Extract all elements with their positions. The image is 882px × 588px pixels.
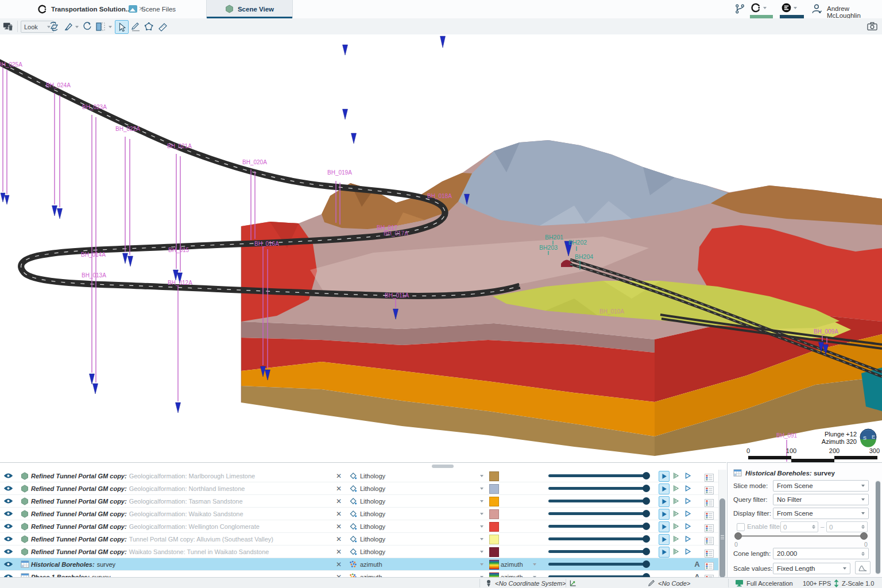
colour-ramp-swatch[interactable] [489, 560, 499, 570]
opacity-slider[interactable] [548, 512, 649, 515]
render-filled-button[interactable] [659, 471, 670, 482]
slider-knob[interactable] [643, 548, 650, 555]
slider-knob[interactable] [643, 510, 650, 517]
layer-row[interactable]: Refined Tunnel Portal GM copy:Tunnel Por… [0, 533, 719, 546]
render-filled-outline-button[interactable] [671, 496, 680, 506]
opacity-slider[interactable] [548, 563, 649, 566]
render-filled-outline-button[interactable] [671, 521, 680, 531]
render-outline-button[interactable] [683, 509, 693, 519]
slider-knob[interactable] [643, 535, 650, 543]
render-filled-outline-button[interactable] [671, 509, 680, 519]
central-connection-button[interactable] [751, 3, 767, 13]
remove-from-scene-button[interactable]: ✕ [336, 546, 342, 558]
remove-from-scene-button[interactable]: ✕ [336, 495, 342, 507]
draw-line-tool-icon[interactable] [130, 21, 141, 32]
polygon-tool-icon[interactable] [144, 21, 154, 32]
colour-attribute-dropdown[interactable]: Lithology [349, 482, 385, 494]
visibility-eye-icon[interactable] [3, 520, 13, 532]
text-labels-button[interactable]: A [692, 558, 702, 570]
layer-row[interactable]: Refined Tunnel Portal GM copy:Waikato Sa… [0, 546, 719, 558]
layer-row[interactable]: Refined Tunnel Portal GM copy:Geological… [0, 508, 719, 520]
visibility-eye-icon[interactable] [3, 495, 13, 507]
layer-row[interactable]: Refined Tunnel Portal GM copy:Geological… [0, 470, 719, 482]
loop-tool-icon[interactable] [82, 21, 92, 32]
histogram-button[interactable] [855, 561, 871, 574]
color-swatch[interactable] [489, 471, 499, 481]
opacity-slider[interactable] [548, 487, 649, 490]
visibility-eye-icon[interactable] [3, 508, 13, 520]
opacity-slider[interactable] [548, 537, 649, 540]
filter-range-slider[interactable] [736, 535, 866, 537]
color-swatch[interactable] [489, 522, 499, 532]
render-filled-button[interactable] [659, 521, 670, 532]
query-filter-dropdown[interactable]: No Filter [773, 494, 869, 505]
view-compass[interactable]: Plunge +12 Azimuth 320 S E [822, 429, 876, 447]
render-filled-button[interactable] [659, 547, 670, 558]
layer-row[interactable]: Refined Tunnel Portal GM copy:Geological… [0, 495, 719, 508]
visibility-eye-icon[interactable] [3, 533, 13, 545]
colour-attribute-dropdown[interactable]: Lithology [349, 546, 385, 558]
scene-canvas[interactable]: BH_025A BH_024A BH_023A BH_022A BH_021A … [0, 34, 882, 462]
render-outline-button[interactable] [683, 534, 693, 544]
branch-icon[interactable] [735, 4, 745, 14]
layer-row-historical-boreholes[interactable]: Historical Boreholes:survey ✕ azimuth az… [0, 558, 719, 571]
layer-row[interactable]: Refined Tunnel Portal GM copy:Geological… [0, 520, 719, 533]
3d-scene-viewport[interactable]: BH_025A BH_024A BH_023A BH_022A BH_021A … [0, 34, 882, 462]
chevron-down-icon[interactable] [75, 26, 79, 28]
legend-button[interactable] [705, 535, 714, 547]
scrollbar-thumb[interactable] [719, 498, 725, 578]
coordinate-system-status[interactable]: <No Coordinate System> [485, 578, 577, 588]
slice-mode-dropdown[interactable]: From Scene [773, 480, 869, 492]
colour-attribute-dropdown[interactable]: Lithology [349, 533, 385, 545]
range-handle-right[interactable] [860, 532, 868, 540]
legend-button[interactable] [705, 471, 714, 483]
opacity-slider[interactable] [548, 525, 649, 528]
legend-button[interactable] [705, 522, 714, 534]
legend-button[interactable] [705, 547, 714, 559]
acceleration-status[interactable]: Full Acceleration [735, 578, 793, 588]
render-filled-outline-button[interactable] [671, 547, 680, 556]
layer-row[interactable]: Refined Tunnel Portal GM copy:Geological… [0, 482, 719, 495]
remove-from-scene-button[interactable]: ✕ [336, 520, 342, 532]
visibility-eye-icon[interactable] [3, 558, 13, 570]
render-outline-button[interactable] [683, 547, 693, 556]
chevron-down-icon[interactable] [109, 26, 112, 28]
remove-from-scene-button[interactable]: ✕ [336, 470, 342, 482]
tab-scene-view[interactable]: Scene View [206, 0, 293, 18]
screenshot-camera-icon[interactable] [867, 21, 877, 32]
remove-from-scene-button[interactable]: ✕ [336, 508, 342, 520]
select-cursor-tool-icon[interactable] [115, 20, 129, 34]
render-outline-button[interactable] [683, 496, 693, 506]
colour-attribute-dropdown[interactable]: Lithology [349, 508, 385, 520]
remove-from-scene-button[interactable]: ✕ [336, 482, 342, 494]
colour-attribute-dropdown[interactable]: Lithology [349, 495, 385, 507]
tab-scene-files[interactable]: Scene Files [129, 0, 176, 18]
scale-values-dropdown[interactable]: Fixed Length [773, 563, 850, 574]
color-swatch[interactable] [489, 509, 499, 519]
render-outline-button[interactable] [683, 471, 693, 481]
opacity-slider[interactable] [548, 500, 649, 502]
render-outline-button[interactable] [683, 521, 693, 531]
render-filled-outline-button[interactable] [671, 534, 680, 544]
slider-knob[interactable] [643, 560, 650, 568]
filter-from-spinbox[interactable]: 0 [780, 521, 818, 532]
render-filled-outline-button[interactable] [671, 483, 680, 493]
slider-knob[interactable] [643, 472, 650, 479]
horizontal-scrollbar[interactable] [432, 465, 454, 468]
layer-list-scrollbar[interactable] [718, 470, 726, 578]
color-swatch[interactable] [489, 497, 499, 506]
z-scale-status[interactable]: Z-Scale 1.0 [834, 578, 874, 588]
cone-length-spinbox[interactable]: 20.000 [773, 548, 869, 559]
slider-knob[interactable] [643, 485, 650, 492]
orbit-tool-icon[interactable] [49, 21, 59, 32]
properties-scrollbar[interactable] [875, 480, 881, 575]
filter-to-spinbox[interactable]: 0 [826, 521, 868, 532]
opacity-slider[interactable] [548, 474, 649, 477]
render-filled-button[interactable] [659, 483, 670, 494]
legend-button[interactable] [705, 484, 714, 496]
color-swatch[interactable] [489, 535, 499, 544]
render-filled-button[interactable] [659, 496, 670, 507]
colour-attribute-dropdown[interactable]: azimuth [349, 558, 382, 570]
evo-connection-button[interactable] [782, 3, 797, 13]
visibility-eye-icon[interactable] [3, 470, 13, 482]
